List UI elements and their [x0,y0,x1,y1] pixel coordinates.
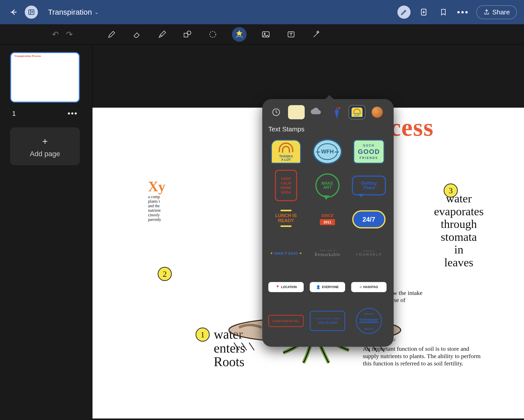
sticker-remarkable[interactable]: HOW THIS ISRemarkable [310,239,345,267]
magic-tool[interactable] [310,28,322,40]
document-title-dropdown[interactable]: Transpiration ⌄ [48,8,99,16]
notes-tab[interactable] [288,105,305,119]
share-label: Share [492,8,510,16]
sticker-thanks-a-lot[interactable]: THANKSA LOT [268,138,304,166]
svg-point-18 [338,107,340,109]
thought-tab[interactable] [308,105,325,119]
lasso-tool[interactable] [207,28,219,40]
sticker-make-art[interactable]: MAKE ART [310,172,345,199]
step-2-badge: 2 [158,267,172,281]
sticker-good-friends[interactable]: SUCHGOODFRIENDS [351,138,387,166]
chevron-down-icon: ⌄ [94,9,99,15]
sticker-yourself[interactable]: BELIEVE INYOURSELF [351,239,387,267]
sticker-air-mail[interactable]: AIR MAILAIR MAIL 21/10/2021 [351,307,387,335]
canvas-area[interactable]: ion Process Xy a comp plants t and the n… [92,44,524,420]
bookmark-button[interactable] [437,6,450,19]
text-stamps-tab[interactable]: THANKSA LOT [349,105,365,119]
thumb-title: Transpiration Process [14,54,41,58]
sticker-popover: THANKSA LOT Text Stamps THANKSA LOT WFH … [262,99,394,347]
toolbar: ↶ ↷ [0,24,524,44]
sticker-wfh[interactable]: WFH [310,138,345,166]
sticker-since-2011[interactable]: SINCE2011 [310,205,345,233]
share-button[interactable]: Share [476,5,517,19]
document-title: Transpiration [48,8,92,16]
planet-tab[interactable] [369,105,386,119]
svg-point-9 [210,31,216,37]
sticker-grid[interactable]: THANKSA LOT WFH SUCHGOODFRIENDS KEEP CAL… [267,138,389,337]
navbar: Transpiration ⌄ ••• Share [0,0,524,24]
svg-text:AIR MAIL: AIR MAIL [364,328,374,330]
sticker-tool[interactable] [232,27,247,42]
sticker-keep-calm[interactable]: KEEP CALM DRINK SODA [268,172,304,199]
highlighter-tool[interactable] [156,28,168,40]
sticker-category-tabs: THANKSA LOT [267,104,389,123]
svg-point-11 [264,33,265,34]
add-page-label: Add page [30,150,60,158]
sticker-lunch-ready[interactable]: LUNCH IS READY [268,205,304,233]
add-document-button[interactable] [417,6,430,19]
eraser-tool[interactable] [131,28,143,40]
page-number: 1 [12,110,16,118]
add-page-button[interactable]: ＋ Add page [10,127,80,165]
step-1-badge: 1 [196,328,210,342]
shape-tool[interactable] [181,28,194,40]
sticker-custom-date[interactable]: CUSTOM TEXT HEREJAN 15 2020 [310,307,345,335]
sticker-confidential[interactable]: CONFIDENTIAL [268,307,304,335]
sidebar-toggle-button[interactable] [25,6,38,19]
undo-button[interactable]: ↶ [52,30,59,39]
step-3-text: water evaporates through stomata in leav… [423,192,494,269]
xylem-block: Xy a comp plants t and the nutrient cino… [148,178,165,222]
redo-button[interactable]: ↷ [66,30,73,39]
svg-text:AIR MAIL: AIR MAIL [364,313,374,315]
back-button[interactable] [7,6,20,19]
sticker-24-7[interactable]: 24/7 [351,205,387,233]
page-thumbnail[interactable]: Transpiration Process [10,52,80,103]
plus-icon: ＋ [40,135,50,147]
pen-mode-button[interactable] [397,6,411,19]
sticker-getting-there[interactable]: Getting There [351,172,387,199]
sticker-hashtag[interactable]: #HASHTAG [351,273,387,301]
more-menu-button[interactable]: ••• [457,6,470,19]
drawing-tab[interactable] [328,105,345,119]
xylem-heading: Xy [148,178,165,195]
svg-point-8 [187,31,191,35]
pen-tool[interactable] [106,28,118,40]
text-tool[interactable] [285,28,297,40]
xylem-body: a comp plants t and the nutrient cinosly… [148,195,161,222]
page-sidebar: Transpiration Process 1 ••• ＋ Add page [0,44,92,420]
sticker-everyone[interactable]: 👤EVERYONE [310,273,345,301]
popover-section-title: Text Stamps [268,125,388,133]
sticker-location[interactable]: 📍LOCATION [268,273,304,301]
page-menu-button[interactable]: ••• [67,109,78,118]
sticker-take-it-easy[interactable]: ✦TAKE IT EASY✦ [268,239,304,267]
image-tool[interactable] [260,28,272,40]
recent-tab[interactable] [268,105,284,119]
